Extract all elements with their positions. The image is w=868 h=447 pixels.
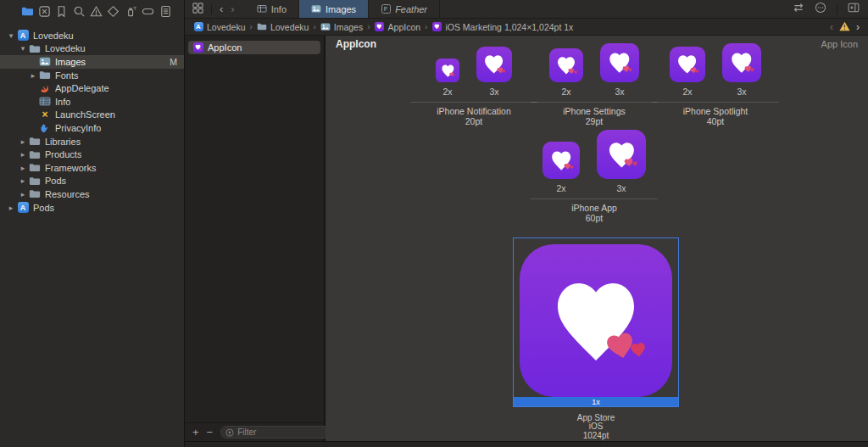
disclosure-closed-icon[interactable]: ▸ (18, 137, 28, 146)
divider (211, 4, 212, 14)
disclosure-closed-icon[interactable]: ▸ (28, 71, 38, 80)
add-editor-icon[interactable] (848, 2, 860, 17)
app-icon-slot-settings-2x[interactable] (549, 48, 583, 82)
app-icon-slot-app-3x[interactable] (597, 130, 646, 179)
sidebar-item-frameworks[interactable]: ▸ Frameworks (0, 161, 184, 175)
sidebar-item-appdelegate[interactable]: AppDelegate (0, 81, 184, 95)
reports-icon[interactable] (159, 4, 172, 18)
disclosure-closed-icon[interactable]: ▸ (6, 204, 16, 212)
sidebar-item-privacyinfo[interactable]: PrivacyInfo (0, 121, 184, 135)
sidebar-item-lovedeku-project[interactable]: ▾ A Lovedeku (0, 29, 184, 42)
back-chevron-icon[interactable]: ‹ (830, 21, 833, 33)
sidebar-item-info[interactable]: Info (0, 95, 184, 109)
sidebar-item-launchscreen[interactable]: × LaunchScreen (0, 109, 184, 122)
plist-icon (38, 96, 52, 108)
sidebar-item-pods-group[interactable]: ▸ Pods (0, 175, 184, 188)
privacy-hand-icon (38, 122, 52, 134)
breadcrumb-item-images[interactable]: Images (320, 22, 363, 32)
slot-group-iphone-settings: 2x 3x iPhone Settings 29pt (531, 58, 658, 126)
tiny-heart-icon (569, 165, 573, 170)
disclosure-closed-icon[interactable]: ▸ (18, 164, 28, 172)
group-divider (531, 102, 658, 103)
remove-asset-button[interactable]: − (207, 427, 214, 438)
folder-icon (257, 22, 267, 32)
debug-bar-collapsed[interactable] (185, 441, 868, 447)
asset-type-label: App Icon (821, 39, 858, 49)
debug-navigator-icon[interactable] (124, 4, 137, 18)
project-navigator-icon[interactable] (20, 4, 34, 18)
issues-icon[interactable] (90, 4, 103, 18)
breadcrumb: A Lovedeku › Lovedeku › Images › (185, 19, 868, 36)
app-icon-slot-spotlight-3x[interactable] (722, 43, 761, 82)
tiny-heart-icon (502, 70, 506, 74)
bookmark-icon[interactable] (55, 4, 69, 18)
asset-title: AppIcon (336, 38, 376, 50)
app-icon-slot-spotlight-2x[interactable] (670, 47, 705, 82)
disclosure-open-icon[interactable]: ▾ (6, 31, 16, 40)
group-folder-icon (28, 162, 42, 174)
divider (837, 4, 837, 14)
asset-list-item-appicon[interactable]: AppIcon (188, 41, 320, 54)
app-store-icon-slot[interactable]: 1x (513, 237, 679, 407)
sidebar-item-libraries[interactable]: ▸ Libraries (0, 135, 184, 148)
sidebar-item-products[interactable]: ▸ Products (0, 148, 184, 161)
tiny-heart-icon (381, 28, 382, 29)
group-divider (531, 198, 658, 199)
file-badge-icon: F (381, 4, 391, 14)
breadcrumb-separator: › (367, 22, 370, 31)
disclosure-closed-icon[interactable]: ▸ (18, 190, 28, 198)
app-icon-slot-settings-3x[interactable] (600, 43, 639, 82)
breadcrumb-separator: › (250, 22, 253, 31)
breadcrumb-separator: › (313, 22, 315, 31)
group-folder-icon (28, 148, 42, 160)
disclosure-open-icon[interactable]: ▾ (18, 44, 28, 53)
app-icon-thumb (193, 42, 203, 53)
tiny-heart-icon (453, 74, 455, 76)
breadcrumb-item-appicon[interactable]: AppIcon (375, 22, 421, 32)
back-chevron-icon[interactable]: ‹ (220, 3, 223, 14)
breadcrumb-separator: › (425, 22, 427, 31)
tiny-heart-icon (632, 161, 637, 167)
tiny-heart-icon (695, 70, 699, 74)
forward-chevron-icon[interactable]: › (856, 21, 860, 33)
forward-chevron-icon[interactable]: › (231, 3, 234, 14)
tiny-heart-icon (628, 68, 633, 72)
sidebar-item-pods-project[interactable]: ▸ A Pods (0, 201, 184, 215)
sidebar-item-resources[interactable]: ▸ Resources (0, 187, 184, 201)
app-icon-slot-notification-2x[interactable] (436, 59, 459, 82)
breadcrumb-item-project[interactable]: A Lovedeku (193, 22, 246, 32)
slot-group-iphone-spotlight: 2x 3x iPhone Spotlight 40pt (652, 58, 779, 126)
asset-catalog-icon (320, 22, 331, 32)
tab-info[interactable]: Info (245, 0, 299, 18)
sidebar-item-images[interactable]: Images M (0, 55, 184, 69)
app-icon-slot-notification-3x[interactable] (476, 47, 512, 82)
navigator-toolbar (0, 0, 184, 22)
disclosure-closed-icon[interactable]: ▸ (18, 176, 28, 185)
app-icon-slot-app-2x[interactable] (542, 142, 580, 179)
disclosure-closed-icon[interactable]: ▸ (18, 150, 28, 159)
editor-grid-icon[interactable] (192, 2, 203, 17)
source-control-icon[interactable] (37, 4, 51, 18)
more-options-icon[interactable] (815, 2, 826, 17)
breadcrumb-item-folder[interactable]: Lovedeku (257, 22, 309, 32)
filter-icon (225, 428, 234, 437)
swap-arrows-icon[interactable] (793, 2, 804, 17)
warning-icon[interactable] (839, 21, 850, 33)
tab-feather[interactable]: F Feather (369, 0, 440, 18)
asset-catalog-icon (38, 56, 52, 68)
sidebar-item-lovedeku-folder[interactable]: ▾ Lovedeku (0, 42, 184, 56)
add-asset-button[interactable]: + (192, 427, 199, 438)
slot-group-app-store: 1x App Store iOS 1024pt (513, 237, 679, 440)
modified-badge: M (170, 57, 184, 67)
breadcrumb-item-ios-marketing[interactable]: iOS Marketing 1,024×1,024pt 1x (431, 22, 573, 32)
project-icon: A (16, 30, 30, 42)
search-icon[interactable] (72, 4, 86, 18)
tab-images[interactable]: Images (299, 0, 369, 18)
group-folder-icon (28, 136, 42, 148)
swift-file-icon (38, 82, 52, 94)
breakpoints-icon[interactable] (142, 4, 155, 18)
appicon-editor-canvas: AppIcon App Icon 2x 3x (326, 36, 868, 441)
asset-list-toolbar: + − (185, 422, 324, 441)
sidebar-item-fonts[interactable]: ▸ Fonts (0, 69, 184, 82)
tests-icon[interactable] (107, 4, 120, 18)
